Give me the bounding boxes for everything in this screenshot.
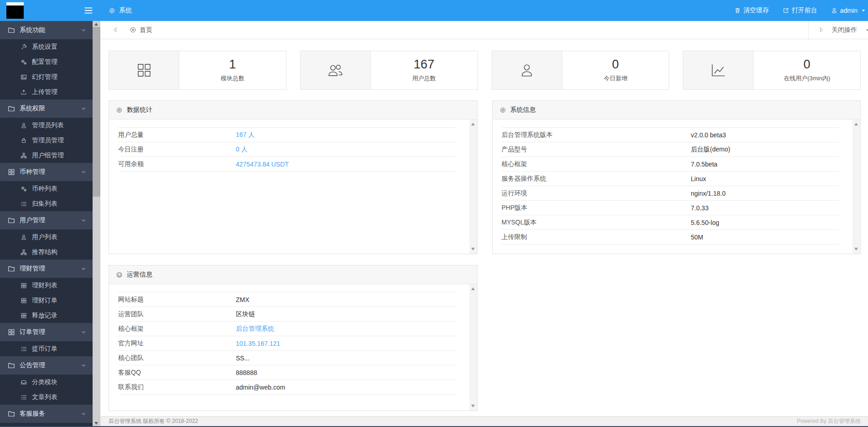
scroll-down-arrow-icon[interactable] [94,422,98,425]
sidebar-item-slide-management[interactable]: 幻灯管理 [0,69,93,84]
sidebar-scrollbar[interactable] [93,21,100,427]
scroll-up-arrow-icon[interactable] [854,123,858,125]
grid-icon [8,328,15,336]
sidebar-item-article-list[interactable]: 文章列表 [0,390,93,405]
sidebar-item-release-records[interactable]: 释放记录 [0,308,93,323]
chevron-down-icon [80,329,87,335]
sidebar-item-upload-management[interactable]: 上传管理 [0,84,93,99]
scroll-down-arrow-icon[interactable] [471,405,475,407]
clear-cache-button[interactable]: 清空缓存 [734,6,769,15]
sidebar-item-category-module[interactable]: 分类模块 [0,375,93,390]
row-value: 区块链 [236,310,255,318]
stat-label: 在线用户(3min内) [784,74,830,83]
item-label: 释放记录 [32,312,57,320]
row-value-link[interactable]: 0 人 [236,146,248,154]
sidebar-item-admin-management[interactable]: 管理员管理 [0,133,93,148]
close-operations-menu[interactable]: 关闭操作 [808,21,868,39]
sidebar-group-customer-service[interactable]: 客服服务 [0,405,93,423]
sidebar-group-order-management[interactable]: 订单管理 [0,323,93,341]
tabs-scroll-left-icon[interactable] [112,27,118,33]
row-value: nginx/1.18.0 [691,190,726,197]
list-icon [21,394,27,401]
sidebar-group-system-permissions[interactable]: 系统权限 [0,99,93,118]
item-label: 配置管理 [32,58,57,66]
panel-scrollbar[interactable] [469,284,477,411]
menu-toggle-icon[interactable] [83,6,94,15]
row-value-link[interactable]: 101.35.167.121 [236,340,280,347]
sidebar-item-config-management[interactable]: 配置管理 [0,54,93,69]
sidebar-item-collection-list[interactable]: 归集列表 [0,196,93,211]
chevron-down-icon [80,105,87,112]
sidebar-group-user-management[interactable]: 用户管理 [0,211,93,229]
brand-logo[interactable] [6,2,24,19]
tab-home-label: 首页 [140,26,152,34]
row-value: 7.0.33 [691,204,709,212]
sidebar-group-system-functions[interactable]: 系统功能 [0,21,93,39]
nav-tab-system[interactable]: 系统 [103,0,137,21]
sidebar-item-user-group-management[interactable]: 用户组管理 [0,148,93,163]
scroll-down-arrow-icon[interactable] [854,248,858,250]
scroll-up-arrow-icon[interactable] [471,123,475,125]
gear-icon [116,107,123,114]
row-value: v2.0.0 beta3 [691,131,726,139]
tab-home[interactable]: 首页 [128,21,154,39]
sidebar-item-user-list[interactable]: 用户列表 [0,229,93,245]
cogs-icon [21,59,27,65]
scroll-down-arrow-icon[interactable] [471,248,475,250]
item-label: 分类模块 [32,378,57,386]
scroll-up-arrow-icon[interactable] [94,23,98,26]
table-row: 核心团队 SS... [118,351,456,365]
sidebar-group-coin-management[interactable]: 币种管理 [0,163,93,181]
row-label: 服务器操作系统 [502,175,691,183]
sidebar-item-system-settings[interactable]: 系统设置 [0,39,93,54]
sidebar-item-coin-list[interactable]: 币种列表 [0,181,93,196]
caret-down-icon [865,27,868,33]
stat-value: 1 [229,58,236,71]
row-label: 核心团队 [118,354,236,362]
sidebar-item-finance-list[interactable]: 理财列表 [0,278,93,293]
row-label: 运行环境 [502,189,691,198]
upload-icon [21,89,27,95]
item-label: 币种列表 [32,185,57,193]
admin-dashboard: 系统 清空缓存 打开前台 admin 系统功能 系 [0,0,868,427]
table-row: 今日注册 0 人 [118,142,456,157]
row-label: PHP版本 [502,204,691,212]
sidebar-item-admin-list[interactable]: 管理员列表 [0,118,93,133]
row-label: 核心框架 [502,160,691,168]
group-label: 系统权限 [20,104,45,113]
list-icon [21,201,27,207]
row-value: 7.0.5beta [691,161,717,168]
chart-line-icon [710,62,727,78]
group-label: 订单管理 [20,328,45,336]
trash-icon [734,7,741,14]
user-menu[interactable]: admin [831,7,866,14]
group-label: 系统功能 [20,26,45,34]
sidebar-group-finance-management[interactable]: 理财管理 [0,260,93,278]
sidebar-item-referral-structure[interactable]: 推荐结构 [0,245,93,260]
panel-scrollbar[interactable] [852,120,860,254]
open-frontend-button[interactable]: 打开前台 [783,6,817,15]
scroll-up-arrow-icon[interactable] [471,287,475,290]
sidebar-item-withdraw-orders[interactable]: 提币订单 [0,341,93,356]
tabs-scroll-right-icon[interactable] [818,27,824,33]
stat-value-box: 1 模块总数 [179,51,286,89]
lock-icon [21,137,27,144]
row-value-link[interactable]: 后台管理系统 [236,325,274,333]
item-label: 上传管理 [32,88,57,96]
row-value: 888888 [236,369,257,376]
item-label: 用户组管理 [32,151,64,160]
chevron-down-icon [80,169,87,175]
stat-value: 0 [612,58,619,71]
row-value-link[interactable]: 4275473.84 USDT [236,161,289,168]
table-row: 后台管理系统版本 v2.0.0 beta3 [502,128,839,142]
row-value-link[interactable]: 167 人 [236,131,255,139]
user-icon [519,62,535,78]
stat-card-new-today: 0 今日新增 [492,51,670,90]
sidebar-group-announcement-management[interactable]: 公告管理 [0,356,93,375]
footer: 后台管理系统 版权所有 © 2018-2022 Powered By 后台管理系… [100,416,868,426]
item-label: 理财列表 [32,281,57,290]
item-label: 提币订单 [32,345,57,353]
panel-scrollbar[interactable] [469,120,477,254]
scrollbar-thumb[interactable] [93,27,100,197]
sidebar-item-finance-orders[interactable]: 理财订单 [0,293,93,308]
